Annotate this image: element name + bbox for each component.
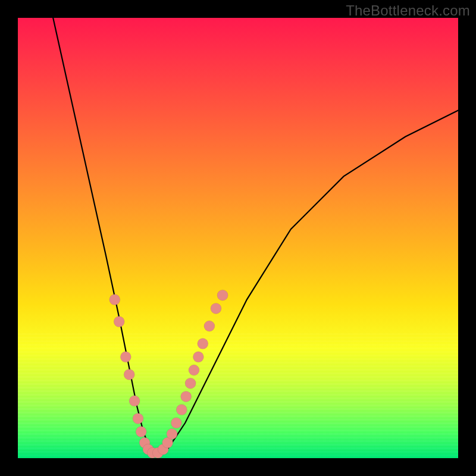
marker-dot: [133, 413, 143, 424]
marker-dot: [217, 290, 228, 300]
marker-dot: [120, 352, 131, 362]
marker-dot: [109, 295, 120, 305]
marker-dot: [124, 369, 134, 380]
marker-dot: [185, 378, 196, 389]
watermark-text: TheBottleneck.com: [346, 2, 470, 19]
marker-dot: [114, 317, 124, 327]
marker-dot: [136, 427, 146, 437]
marker-dot: [181, 391, 192, 402]
marker-dot: [198, 339, 208, 349]
plot-area: [18, 18, 458, 458]
marker-dot: [171, 418, 181, 428]
marker-dot: [176, 405, 187, 415]
curve-layer: [18, 18, 458, 458]
chart-frame: TheBottleneck.com: [0, 0, 476, 476]
marker-dot: [167, 428, 177, 439]
marker-dot: [211, 303, 221, 314]
marker-dot: [129, 396, 140, 406]
marker-dot: [193, 352, 203, 362]
marker-dot: [189, 365, 199, 375]
bottleneck-curve: [53, 18, 458, 454]
marker-dot: [204, 321, 215, 331]
